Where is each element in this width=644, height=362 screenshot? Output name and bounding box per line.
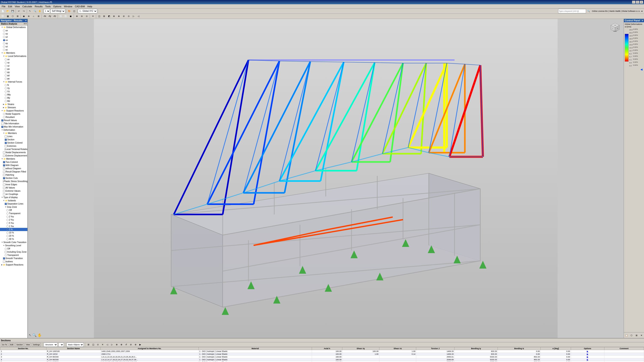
tree-extreme-disp[interactable]: Extreme Displacement (0, 154, 28, 157)
delete-btn[interactable]: ✕ (90, 14, 95, 19)
tree-uy2[interactable]: uy (0, 42, 28, 45)
tree-N[interactable]: N (0, 83, 28, 87)
tree-gray-zone[interactable]: ▼ Gray Zone (0, 205, 28, 209)
menu-edit[interactable]: Edit (7, 5, 14, 8)
menu-cadbim[interactable]: CAD-BIM (74, 5, 86, 8)
table-btn-8[interactable]: ⊗ (120, 343, 123, 347)
settings-button[interactable]: Settings (32, 343, 41, 346)
goto-button[interactable]: Go To (1, 343, 8, 346)
scale-selector[interactable]: ◄ (625, 68, 643, 71)
table-btn-11[interactable]: ⊛ (134, 343, 138, 347)
tree-gz-2u[interactable]: 2 %u (0, 215, 28, 218)
tb2-5[interactable]: ◉ (22, 14, 26, 19)
close-button[interactable]: × (640, 1, 643, 4)
viewport[interactable]: TOP L R FRONT ↖ 🔍 ✋ (28, 19, 624, 338)
maximize-button[interactable]: □ (636, 1, 639, 4)
table-row[interactable]: 4 R_KH 80/200 2,4,12,14,17,18,22,24,27,2… (0, 358, 644, 361)
dim7[interactable]: ⊙ (126, 14, 131, 19)
tree-type-display[interactable]: ▼ Type of display (0, 196, 28, 199)
loadname-dropdown[interactable]: Self Weight (50, 9, 65, 13)
cell-options[interactable]: ▶ (571, 356, 604, 358)
table-btn-6[interactable]: ▷ (110, 343, 114, 347)
save-button[interactable]: 💾 (10, 9, 15, 13)
zoom-all[interactable]: ⊙ (84, 14, 89, 19)
tree-plastic-smooth[interactable]: Plastic Stress Smoothing (0, 180, 28, 183)
dim6[interactable]: ⊘ (122, 14, 126, 19)
tree-members[interactable]: ▼ 📁 Members (0, 51, 28, 54)
tree-loc-phiy[interactable]: φy (0, 71, 28, 74)
search-input[interactable] (558, 9, 586, 13)
tree-Mz[interactable]: Mz (0, 99, 28, 103)
table-row[interactable]: 3 R_KH 80/200 1,5,11,13,15,16,18,20,21,2… (0, 356, 644, 358)
table-btn-2[interactable]: ◫ (91, 343, 95, 347)
tb2-2[interactable]: ▦ (5, 14, 10, 19)
table-row[interactable]: 2 R_KH 10/10 1560-1711 1 - DIO | Isotrop… (0, 353, 644, 356)
tree-Mty[interactable]: Mty (0, 93, 28, 96)
tree-gz-1u[interactable]: 1 %u (0, 225, 28, 228)
zoom-button[interactable]: 🔍 (32, 9, 37, 13)
nav-close[interactable]: × (25, 19, 26, 22)
tree-nodal-supports[interactable]: Nodal Supports (0, 112, 28, 115)
view-dropdown[interactable]: 1 - Global XYZ (78, 9, 97, 13)
tree-uz2[interactable]: uz (0, 45, 28, 48)
cell-options[interactable]: ▶ (571, 361, 604, 362)
tree-gz-10p[interactable]: 10 % (0, 231, 28, 234)
tree-gz-transparent[interactable]: Transparent (0, 212, 28, 215)
dim5[interactable]: ⊗ (116, 14, 121, 19)
table-row[interactable]: 5 R_KH 80/200 6,8,10,103,105,107,108,110… (0, 361, 644, 362)
tree-inner-edges[interactable]: Inner Edges (0, 183, 28, 186)
tree-separation-lines[interactable]: ✓ Separation Lines (0, 202, 28, 205)
table-row[interactable]: 1 R_KH 100/100 1400,1549,1553,1555,1557,… (0, 350, 644, 353)
tree-ux1[interactable]: ux (0, 29, 28, 32)
table-btn-7[interactable]: ⊕ (115, 343, 118, 347)
dim3[interactable]: ◩ (106, 14, 111, 19)
structure-dropdown[interactable]: Structure (44, 343, 58, 347)
view-top[interactable]: ⬜ (63, 14, 68, 19)
viewport-icon-1[interactable]: ↖ (29, 333, 32, 337)
tree-support-reactions2[interactable]: ▶ 📁 Support Reactions (0, 263, 28, 266)
dim8[interactable]: ▷ (131, 14, 136, 19)
tree-maxmin-info[interactable]: ✓ Max Min Information (0, 125, 28, 128)
rp-icon-2[interactable]: ⬡ (630, 333, 634, 338)
tree-smoothing-level[interactable]: ▼ Smoothing Level (0, 244, 28, 247)
tree-My[interactable]: My (0, 96, 28, 99)
pan-button[interactable]: ✋ (38, 9, 42, 13)
tree-section-cuts[interactable]: ✓ Section Cuts (0, 177, 28, 180)
tree-gz-30p[interactable]: 30 % (0, 238, 28, 241)
undo-button[interactable]: ↩ (16, 9, 21, 13)
tree-two-colored[interactable]: ✓ Two-Colored (0, 160, 28, 164)
tree-loc-phic[interactable]: φc (0, 77, 28, 80)
tree-uy1[interactable]: uy (0, 32, 28, 35)
cell-options[interactable]: ▶ (571, 358, 604, 361)
nav-tree[interactable]: ▼ 📁 Global Deformations ux uy uz ux (0, 26, 28, 338)
new-button[interactable]: 📄 (0, 9, 5, 13)
tree-smooth-transition[interactable]: ✓ Smooth Transition (0, 257, 28, 260)
tree-without-diagram[interactable]: without Diagram (0, 167, 28, 170)
table-btn-12[interactable]: ▶ (138, 343, 142, 347)
render-button[interactable]: 🎨 (67, 9, 72, 13)
tree-gz-2p[interactable]: 2 % (0, 228, 28, 231)
menu-results[interactable]: Results (34, 5, 44, 8)
tree-local-deformations[interactable]: ▼ 📁 Local Deformations (0, 54, 28, 58)
section-button[interactable]: Section (15, 343, 24, 346)
tree-gz-20p[interactable]: 20 % (0, 234, 28, 238)
viewport-icon-2[interactable]: 🔍 (32, 333, 36, 337)
open-button[interactable]: 📂 (5, 9, 10, 13)
tree-deformation[interactable]: ▼ Deformation (0, 128, 28, 132)
loadcase-dropdown[interactable]: LC1 (44, 9, 50, 13)
tree-hatching[interactable]: Hatching (0, 173, 28, 177)
tree-support-reactions[interactable]: ▼ 📁 Support Reactions (0, 109, 28, 112)
tree-Vy[interactable]: Vy (0, 87, 28, 90)
cp-close[interactable]: × (642, 19, 643, 22)
level-dropdown[interactable]: 1 (58, 343, 64, 347)
tb2-4[interactable]: ⊞ (15, 14, 20, 19)
tree-ux2[interactable]: ux (0, 38, 28, 42)
tree-section-colored[interactable]: ✓ Section Colored (0, 141, 28, 144)
nav-cube[interactable]: TOP L R FRONT (609, 21, 622, 34)
tree-gz-off[interactable]: Off (0, 209, 28, 212)
tree-result-diagram-filled[interactable]: Result Diagram Filled (0, 170, 28, 173)
zoom-out[interactable]: ⊖ (80, 14, 84, 19)
tree-loc-uz[interactable]: uz (0, 64, 28, 67)
tree-nodal-disp[interactable]: Nodal Displacements (0, 151, 28, 154)
dim1[interactable]: ◫ (97, 14, 102, 19)
